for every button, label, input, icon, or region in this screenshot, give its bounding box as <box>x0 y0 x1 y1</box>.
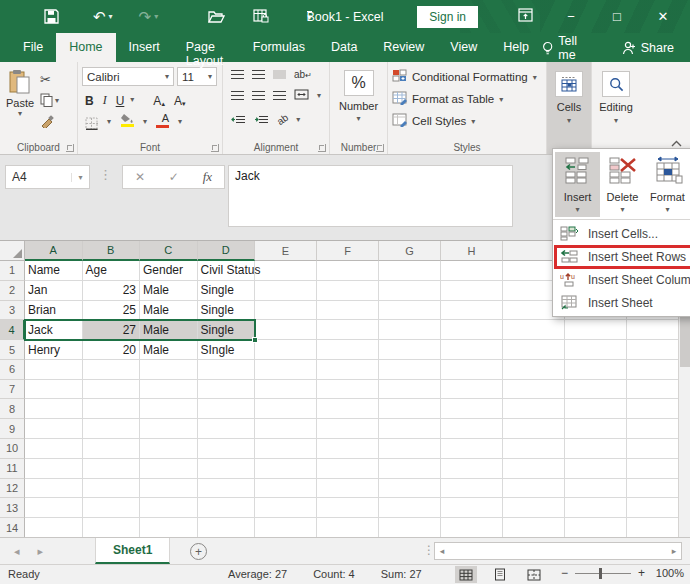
cell-F4[interactable] <box>317 320 379 340</box>
tab-file[interactable]: File <box>10 33 56 62</box>
cell-C7[interactable] <box>140 380 198 400</box>
cell-F12[interactable] <box>317 479 379 499</box>
cell-H12[interactable] <box>441 479 503 499</box>
cell-A8[interactable] <box>25 399 83 419</box>
cell-C9[interactable] <box>140 419 198 439</box>
cell-C8[interactable] <box>140 399 198 419</box>
copy-icon[interactable]: ▾ <box>40 92 59 108</box>
cell-G4[interactable] <box>379 320 441 340</box>
cell-H10[interactable] <box>441 439 503 459</box>
font-color-dropdown-icon[interactable]: ▾ <box>178 117 182 126</box>
cell-F9[interactable] <box>317 419 379 439</box>
borders-icon[interactable] <box>82 113 101 130</box>
cell-H4[interactable] <box>441 320 503 340</box>
cell-B1[interactable]: Age <box>83 261 141 281</box>
cell-H8[interactable] <box>441 399 503 419</box>
row-header-11[interactable]: 11 <box>0 459 25 479</box>
cell-E12[interactable] <box>255 479 317 499</box>
font-size-dropdown-icon[interactable]: ▾ <box>208 72 212 81</box>
decrease-indent-icon[interactable] <box>231 110 246 128</box>
formula-bar-grip-icon[interactable]: ⋮ <box>99 167 112 182</box>
cell-A13[interactable] <box>25 498 83 518</box>
font-dialog-launcher-icon[interactable] <box>211 144 219 152</box>
increase-font-size-icon[interactable]: A▴ <box>150 91 168 108</box>
format-painter-icon[interactable] <box>40 113 59 129</box>
column-header-C[interactable]: C <box>140 241 198 261</box>
menu-item-insert-sheet[interactable]: Insert Sheet <box>553 291 690 314</box>
close-button[interactable]: ✕ <box>648 9 678 24</box>
cell-G1[interactable] <box>379 261 441 281</box>
format-dropdown-icon[interactable]: ▾ <box>665 205 669 214</box>
row-header-12[interactable]: 12 <box>0 479 25 499</box>
column-header-D[interactable]: D <box>198 241 256 261</box>
clipboard-dialog-launcher-icon[interactable] <box>66 144 74 152</box>
cell-H11[interactable] <box>441 459 503 479</box>
cell-E4[interactable] <box>255 320 317 340</box>
cell-C13[interactable] <box>140 498 198 518</box>
cell-C11[interactable] <box>140 459 198 479</box>
column-header-H[interactable]: H <box>441 241 503 261</box>
cell-H2[interactable] <box>441 281 503 301</box>
cell-C10[interactable] <box>140 439 198 459</box>
cell-C5[interactable]: Male <box>140 340 198 360</box>
cell-D11[interactable] <box>198 459 256 479</box>
style-button-cell-styles[interactable]: Cell Styles▾ <box>392 110 546 132</box>
cell-G2[interactable] <box>379 281 441 301</box>
cells-dropdown-icon[interactable]: ▾ <box>567 116 571 125</box>
cell-G5[interactable] <box>379 340 441 360</box>
orientation-icon[interactable]: ab <box>275 111 290 126</box>
cell-G11[interactable] <box>379 459 441 479</box>
cell-E14[interactable] <box>255 518 317 538</box>
wrap-text-icon[interactable]: ab↵ <box>294 69 312 80</box>
tab-help[interactable]: Help <box>490 33 542 62</box>
row-header-1[interactable]: 1 <box>0 261 25 281</box>
cell-B7[interactable] <box>83 380 141 400</box>
row-header-4[interactable]: 4 <box>0 320 25 340</box>
page-break-view-icon[interactable] <box>523 566 545 583</box>
cell-D12[interactable] <box>198 479 256 499</box>
minimize-button[interactable]: − <box>556 9 586 24</box>
style-button-format-as-table[interactable]: Format as Table▾ <box>392 88 546 110</box>
font-size-combobox[interactable]: 11 ▾ <box>177 67 217 86</box>
fill-color-icon[interactable] <box>117 113 137 130</box>
undo-dropdown-icon[interactable]: ▾ <box>109 13 113 21</box>
number-group-label-button[interactable]: Number <box>339 100 378 112</box>
cells-group-button[interactable]: Cells ▾ <box>547 62 592 154</box>
cell-D3[interactable]: Single <box>198 301 256 321</box>
align-center-icon[interactable] <box>252 91 265 100</box>
tell-me-button[interactable]: Tell me <box>542 33 596 62</box>
cell-G8[interactable] <box>379 399 441 419</box>
cell-G9[interactable] <box>379 419 441 439</box>
underline-button[interactable]: U <box>113 91 128 108</box>
tab-view[interactable]: View <box>437 33 490 62</box>
delete-cells-button[interactable]: Delete▾ <box>600 152 645 217</box>
cell-A7[interactable] <box>25 380 83 400</box>
delete-dropdown-icon[interactable]: ▾ <box>620 205 624 214</box>
cell-F8[interactable] <box>317 399 379 419</box>
row-header-10[interactable]: 10 <box>0 439 25 459</box>
cell-A3[interactable]: Brian <box>25 301 83 321</box>
cell-D1[interactable]: Civil Status <box>198 261 256 281</box>
number-dropdown-icon[interactable]: ▾ <box>356 114 360 123</box>
tab-review[interactable]: Review <box>370 33 437 62</box>
cell-A14[interactable] <box>25 518 83 538</box>
cut-icon[interactable]: ✂ <box>40 71 59 87</box>
align-right-icon[interactable] <box>273 91 286 100</box>
cell-B6[interactable] <box>83 360 141 380</box>
zoom-slider[interactable] <box>575 573 631 574</box>
cell-C2[interactable]: Male <box>140 281 198 301</box>
menu-item-insert-sheet-rows[interactable]: Insert Sheet Rows <box>553 245 690 268</box>
style-dropdown-icon[interactable]: ▾ <box>471 117 475 126</box>
zoom-out-icon[interactable]: − <box>561 566 568 580</box>
horizontal-scroll-track[interactable] <box>449 543 667 559</box>
cell-E2[interactable] <box>255 281 317 301</box>
column-header-B[interactable]: B <box>83 241 141 261</box>
cell-B5[interactable]: 20 <box>83 340 141 360</box>
cell-D2[interactable]: Single <box>198 281 256 301</box>
row-header-9[interactable]: 9 <box>0 419 25 439</box>
font-name-dropdown-icon[interactable]: ▾ <box>165 72 169 81</box>
cell-E5[interactable] <box>255 340 317 360</box>
cell-F3[interactable] <box>317 301 379 321</box>
style-button-conditional-formatting[interactable]: Conditional Formatting▾ <box>392 66 546 88</box>
cell-A11[interactable] <box>25 459 83 479</box>
